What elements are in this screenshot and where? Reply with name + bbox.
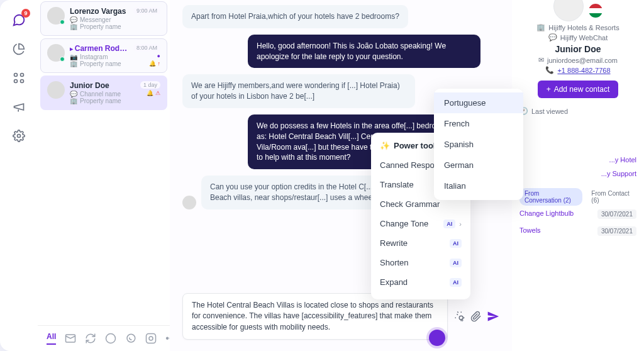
ai-badge: AI bbox=[443, 220, 455, 228]
side-nav: 9 bbox=[0, 0, 38, 351]
contact-phone[interactable]: +1 888-482-7768 bbox=[557, 67, 610, 74]
property-icon: 🏢 bbox=[70, 60, 77, 67]
message-inbound: Apart from Hotel Praia,which of your hot… bbox=[182, 5, 408, 28]
nav-inbox[interactable]: 9 bbox=[11, 13, 26, 28]
property-label: Property name bbox=[80, 23, 121, 30]
svg-point-8 bbox=[149, 337, 153, 340]
contact-avatar bbox=[553, 0, 584, 21]
filter-refresh-icon[interactable] bbox=[85, 333, 96, 344]
ai-badge: AI bbox=[450, 278, 462, 287]
channel-label: Messenger bbox=[80, 16, 111, 23]
flag-icon bbox=[589, 4, 602, 18]
lang-option[interactable]: French bbox=[434, 113, 523, 134]
conversation-name: ▸ Carmen Rodrigues bbox=[70, 44, 128, 53]
arrow-icon: ↑ bbox=[158, 60, 161, 67]
channel-label: Instagram bbox=[80, 53, 108, 60]
warn-icon: ⚠ bbox=[155, 90, 160, 96]
link[interactable]: ...y Hotel bbox=[609, 156, 636, 164]
filter-all[interactable]: All bbox=[47, 332, 56, 345]
filter-whatsapp-icon[interactable] bbox=[125, 333, 136, 344]
conversation-name: Junior Doe bbox=[70, 81, 135, 90]
channel-icon: 💬 bbox=[70, 91, 77, 98]
lang-option[interactable]: Portuguese bbox=[434, 92, 523, 113]
lang-option[interactable]: German bbox=[434, 155, 523, 176]
pt-expand[interactable]: ExpandAI bbox=[371, 272, 470, 292]
composer-input[interactable]: The Hotel Central Beach Villas is locate… bbox=[182, 293, 448, 340]
conversation-item[interactable]: Lorenzo Vargas 💬Messenger 🏢Property name… bbox=[40, 1, 167, 36]
power-tools-title: Power tools bbox=[394, 141, 440, 150]
avatar bbox=[47, 7, 65, 25]
svg-point-1 bbox=[21, 74, 24, 77]
last-viewed-label: Last viewed bbox=[531, 108, 568, 115]
conversation-item-selected[interactable]: Junior Doe 💬Channel name 🏢Property name … bbox=[40, 75, 167, 110]
nav-reports[interactable] bbox=[11, 42, 26, 57]
avatar bbox=[47, 81, 65, 99]
pill-conversation[interactable]: From Conversation (2) bbox=[519, 188, 582, 206]
mail-icon: ✉ bbox=[538, 56, 544, 64]
power-tools-icon[interactable] bbox=[454, 311, 465, 322]
inbox-badge: 9 bbox=[21, 9, 30, 18]
property-label: Property name bbox=[80, 60, 121, 67]
svg-point-9 bbox=[459, 316, 463, 320]
magic-icon: ✨ bbox=[380, 141, 390, 150]
bell-icon: 🔔 bbox=[147, 90, 153, 96]
channel-label: Channel name bbox=[80, 91, 121, 98]
filter-mail-icon[interactable] bbox=[65, 333, 76, 344]
message-inbound: We are Hijiffy members,and were wonderin… bbox=[182, 74, 415, 108]
ai-badge: AI bbox=[450, 239, 462, 248]
pt-shorten[interactable]: ShortenAI bbox=[371, 253, 470, 272]
contact-panel: 🏢Hijiffy Hotels & Resorts 💬Hijiffy WebCh… bbox=[512, 0, 644, 351]
link[interactable]: ...y Support bbox=[601, 170, 636, 177]
lang-option[interactable]: Italian bbox=[434, 176, 523, 196]
svg-point-0 bbox=[14, 74, 18, 77]
conversation-list: Lorenzo Vargas 💬Messenger 🏢Property name… bbox=[38, 0, 170, 351]
pt-tone[interactable]: Change ToneAI› bbox=[371, 214, 470, 233]
filter-messenger-icon[interactable] bbox=[105, 333, 116, 344]
conversation-filters: All ••• bbox=[38, 325, 170, 351]
webchat-icon: 💬 bbox=[548, 33, 557, 42]
svg-point-4 bbox=[18, 135, 21, 138]
avatar bbox=[47, 44, 65, 62]
conversation-time: 1 day bbox=[140, 81, 160, 89]
ai-badge: AI bbox=[450, 259, 462, 267]
contact-org: Hijiffy Hotels & Resorts bbox=[548, 24, 619, 31]
nav-campaigns[interactable] bbox=[11, 99, 26, 114]
conversation-item[interactable]: ▸ Carmen Rodrigues 📷Instagram 🏢Property … bbox=[40, 38, 167, 73]
instagram-icon: 📷 bbox=[70, 53, 77, 60]
nav-settings[interactable] bbox=[11, 128, 26, 143]
conversation-time: 8:00 AM bbox=[133, 44, 160, 52]
svg-point-6 bbox=[106, 334, 116, 343]
lang-option[interactable]: Spanish bbox=[434, 134, 523, 155]
add-contact-button[interactable]: +Add new contact bbox=[538, 81, 619, 98]
contact-channel: Hijiffy WebChat bbox=[560, 34, 608, 42]
pt-rewrite[interactable]: RewriteAI bbox=[371, 233, 470, 253]
svg-rect-7 bbox=[147, 334, 156, 343]
task-name[interactable]: Towels bbox=[519, 226, 541, 236]
contact-email: juniordoes@email.com bbox=[547, 57, 618, 64]
translate-submenu: Portuguese French Spanish German Italian bbox=[434, 89, 523, 200]
contact-name: Junior Doe bbox=[555, 44, 601, 54]
power-tools-menu: ✨Power tools ✕ Canned Responses Translat… bbox=[371, 133, 470, 299]
attach-icon[interactable] bbox=[470, 311, 482, 322]
send-button[interactable] bbox=[487, 310, 499, 323]
task-date: 30/07/2021 bbox=[597, 226, 636, 236]
plus-icon: + bbox=[547, 85, 551, 94]
nav-apps[interactable] bbox=[11, 70, 26, 86]
task-name[interactable]: Change Lightbulb bbox=[519, 209, 574, 219]
chat-pane: Apart from Hotel Praia,which of your hot… bbox=[170, 0, 512, 351]
property-icon: 🏢 bbox=[70, 23, 77, 30]
property-icon: 🏢 bbox=[70, 98, 77, 104]
avatar bbox=[182, 196, 196, 209]
channel-icon: 💬 bbox=[70, 16, 77, 23]
svg-point-3 bbox=[21, 80, 24, 83]
filter-instagram-icon[interactable] bbox=[145, 333, 157, 344]
svg-point-2 bbox=[14, 80, 18, 83]
power-tools-button[interactable] bbox=[429, 330, 445, 346]
bell-icon: 🔔 bbox=[149, 60, 156, 67]
chevron-right-icon: › bbox=[459, 220, 462, 228]
task-date: 30/07/2021 bbox=[597, 209, 636, 219]
building-icon: 🏢 bbox=[536, 23, 545, 31]
pill-contact[interactable]: From Contact (6) bbox=[586, 188, 636, 206]
phone-icon: 📞 bbox=[545, 66, 554, 74]
dot-icon: ● bbox=[157, 53, 160, 59]
